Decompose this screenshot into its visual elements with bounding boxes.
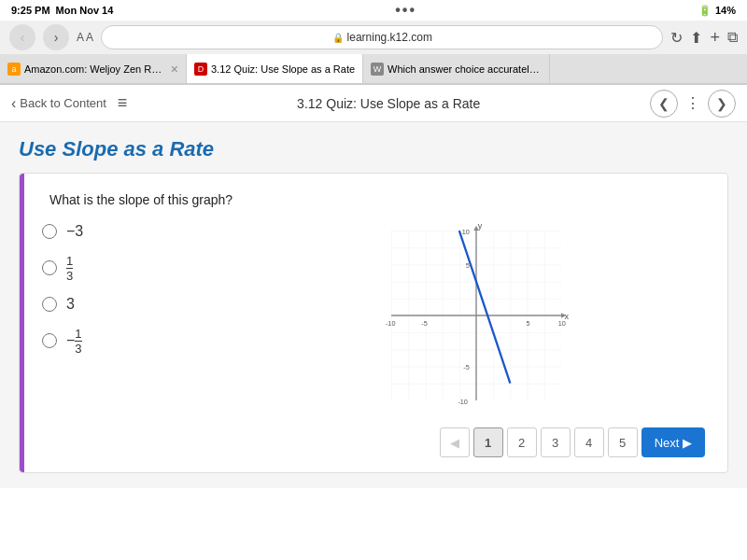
pagination-prev-button[interactable]: ◀	[440, 427, 470, 457]
url-text: learning.k12.com	[347, 31, 432, 44]
option-label-2: 1 3	[66, 255, 73, 282]
option-4[interactable]: − 1 3	[42, 328, 229, 355]
coordinate-graph: x y -10 -5 5 10 10 5 -5 -10	[383, 222, 570, 409]
option-2[interactable]: 1 3	[42, 255, 229, 282]
option-3[interactable]: 3	[42, 295, 229, 315]
options-section: −3 1 3 3	[42, 222, 229, 368]
tab-answer[interactable]: W Which answer choice accurately describ…	[363, 54, 550, 83]
nav-more-icon[interactable]: ⋮	[685, 94, 700, 112]
svg-text:y: y	[478, 222, 483, 231]
pagination-page-2[interactable]: 2	[507, 427, 537, 457]
radio-option-3[interactable]	[42, 297, 57, 312]
page-content: Use Slope as a Rate What is the slope of…	[0, 122, 747, 488]
quiz-card: What is the slope of this graph? −3 1 3	[19, 173, 728, 473]
tab-label-amazon: Amazon.com: Weljoy Zen Raining Cloud Nig…	[24, 63, 167, 75]
svg-text:5: 5	[526, 319, 529, 328]
svg-text:-5: -5	[463, 363, 469, 371]
option-label-3: 3	[66, 295, 75, 315]
tab-quiz[interactable]: D 3.12 Quiz: Use Slope as a Rate	[187, 54, 363, 83]
share-button[interactable]: ⬆	[690, 29, 702, 47]
tab-amazon[interactable]: a Amazon.com: Weljoy Zen Raining Cloud N…	[0, 54, 187, 83]
nav-next-icon: ❯	[716, 96, 727, 111]
browser-chrome: ‹ › A A 🔒 learning.k12.com ↻ ⬆ + ⧉ a Ama…	[0, 21, 747, 85]
pagination: ◀ 1 2 3 4 5 Next ▶	[42, 427, 705, 457]
svg-text:-10: -10	[458, 398, 468, 406]
forward-button[interactable]: ›	[43, 24, 69, 50]
back-button[interactable]: ‹	[9, 24, 35, 50]
nav-bar: ‹ Back to Content ≡ 3.12 Quiz: Use Slope…	[0, 85, 747, 122]
status-bar: 9:25 PM Mon Nov 14 ••• 🔋 14%	[0, 0, 747, 21]
radio-option-1[interactable]	[42, 224, 57, 239]
radio-option-2[interactable]	[42, 260, 57, 275]
page-title: Use Slope as a Rate	[19, 137, 728, 161]
tab-favicon-quiz: D	[194, 63, 207, 76]
option-label-1: −3	[66, 222, 83, 242]
fraction-1-3: 1 3	[66, 255, 73, 282]
tab-label-answer: Which answer choice accurately describes…	[388, 63, 542, 75]
svg-text:10: 10	[558, 319, 566, 328]
graph-section: x y -10 -5 5 10 10 5 -5 -10	[247, 222, 705, 409]
pagination-page-1[interactable]: 1	[473, 427, 503, 457]
tabs-bar: a Amazon.com: Weljoy Zen Raining Cloud N…	[0, 54, 747, 84]
next-button[interactable]: Next ▶	[641, 427, 705, 457]
tabs-button[interactable]: ⧉	[727, 29, 738, 46]
pagination-page-3[interactable]: 3	[541, 427, 571, 457]
url-bar[interactable]: 🔒 learning.k12.com	[101, 25, 663, 49]
fraction-neg-1-3: 1 3	[75, 328, 81, 355]
font-size-control[interactable]: A A	[77, 31, 93, 44]
option-1[interactable]: −3	[42, 222, 229, 242]
three-dots: •••	[395, 2, 416, 19]
day: Mon Nov 14	[56, 5, 114, 16]
menu-icon[interactable]: ≡	[118, 93, 128, 113]
nav-prev-icon: ❮	[658, 96, 669, 111]
quiz-layout: −3 1 3 3	[42, 222, 705, 409]
back-label: Back to Content	[20, 96, 106, 110]
new-tab-button[interactable]: +	[710, 28, 720, 48]
nav-right: ❮ ⋮ ❯	[650, 90, 736, 118]
svg-text:10: 10	[462, 228, 470, 236]
pagination-page-4[interactable]: 4	[574, 427, 604, 457]
option-label-4: − 1 3	[66, 328, 82, 355]
svg-text:-10: -10	[386, 319, 396, 328]
question-text: What is the slope of this graph?	[49, 192, 705, 207]
svg-text:-5: -5	[421, 319, 427, 328]
back-icon: ‹	[11, 95, 16, 112]
back-to-content-link[interactable]: ‹ Back to Content	[11, 95, 106, 112]
radio-option-4[interactable]	[42, 333, 57, 348]
lock-icon: 🔒	[332, 33, 344, 43]
nav-prev-button[interactable]: ❮	[650, 90, 678, 118]
next-label: Next ▶	[655, 436, 692, 450]
pagination-page-5[interactable]: 5	[608, 427, 638, 457]
battery-icon: 🔋	[698, 5, 712, 17]
time: 9:25 PM	[11, 5, 50, 16]
tab-close-amazon[interactable]: ×	[171, 62, 178, 77]
nav-next-button[interactable]: ❯	[708, 90, 736, 118]
tab-favicon-amazon: a	[7, 63, 21, 76]
nav-title: 3.12 Quiz: Use Slope as a Rate	[134, 96, 642, 111]
tab-favicon-answer: W	[371, 63, 384, 76]
tab-label-quiz: 3.12 Quiz: Use Slope as a Rate	[211, 63, 355, 75]
battery-pct: 14%	[715, 5, 736, 16]
reload-button[interactable]: ↻	[670, 29, 683, 47]
